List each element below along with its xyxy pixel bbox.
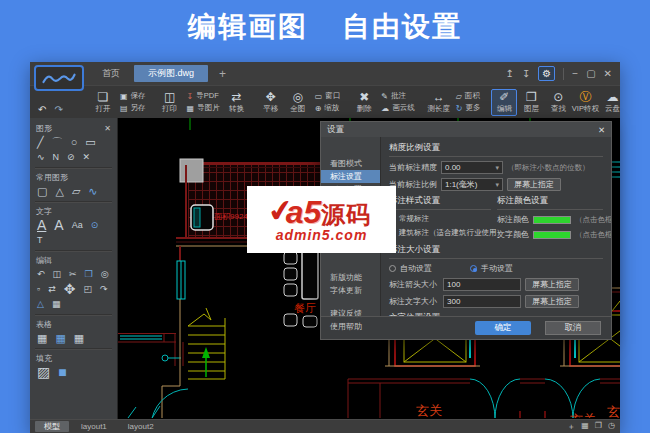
spline-tool-icon[interactable]: N	[53, 151, 60, 164]
export-pdf-button[interactable]: ↧ 导PDF	[187, 91, 220, 101]
scale-select[interactable]: 1:1(毫米) ▾	[441, 178, 503, 191]
stretch-tool-icon[interactable]: ◰	[83, 283, 92, 296]
scale-tool-icon[interactable]: △	[37, 298, 44, 311]
annotate-button[interactable]: ✎ 批注	[381, 91, 415, 101]
annotate-icon: ✎	[381, 92, 388, 101]
cloud-line-button[interactable]: ☁ 画云线	[381, 103, 415, 113]
auto-size-radio[interactable]	[389, 265, 396, 272]
vip-button[interactable]: Ⓥ VIP特权	[572, 91, 598, 114]
export-image-button[interactable]: ▦ 导图片	[187, 103, 220, 113]
arc-tool-icon[interactable]: ⌒	[52, 136, 63, 149]
pan-button[interactable]: ✥ 平移	[258, 91, 284, 114]
text-color-swatch[interactable]	[533, 231, 571, 239]
delete-button[interactable]: ✖ 删除	[351, 91, 377, 114]
grid-view-icon[interactable]: ▦	[581, 421, 589, 432]
close-button[interactable]: ✕	[604, 69, 612, 79]
measure-length-button[interactable]: ↔ 测长度	[426, 91, 452, 114]
copy-tool-icon[interactable]: ◫	[53, 268, 62, 281]
zoom-button[interactable]: ⊕ 缩放	[315, 103, 341, 113]
ellipse-tool-icon[interactable]: ⊘	[67, 151, 75, 164]
nav-new-features[interactable]: 新版功能	[321, 271, 380, 284]
nav-annotation-settings[interactable]: 标注设置	[321, 170, 380, 183]
open-button[interactable]: ❏ 打开	[90, 91, 116, 114]
tab-document[interactable]: 示例图.dwg	[134, 65, 208, 82]
ok-button[interactable]: 确定	[475, 321, 531, 335]
dialog-close-icon[interactable]: ✕	[598, 125, 605, 135]
pick-on-screen-button[interactable]: 屏幕上指定	[507, 178, 561, 191]
app-logo[interactable]	[34, 65, 84, 91]
window-zoom-button[interactable]: ▭ 窗口	[315, 91, 341, 101]
cloud-drive-icon: ☁	[606, 91, 618, 103]
erase-tool-icon[interactable]: ▫	[37, 283, 40, 296]
trapezoid-tool-icon[interactable]: ▱	[72, 185, 80, 198]
arrow-size-input[interactable]	[443, 278, 521, 291]
cascade-windows-icon[interactable]: ❐	[595, 421, 602, 432]
block-tool-icon[interactable]: ▦	[52, 298, 61, 311]
precision-section-header: 精度比例设置	[389, 142, 603, 157]
layout-tab-layout1[interactable]: layout1	[72, 421, 116, 432]
find-button[interactable]: ⊙ 查找	[545, 91, 571, 114]
nav-view-mode[interactable]: 看图模式	[321, 157, 380, 170]
annotation-color-swatch[interactable]	[533, 216, 571, 224]
zoom-group: ▭ 窗口 ⊕ 缩放	[312, 91, 344, 113]
text-color-label: 文字颜色	[497, 229, 529, 240]
leader-tool-icon[interactable]: ∿	[88, 185, 97, 198]
hatch-fill-tool-icon[interactable]: ▨	[37, 366, 50, 379]
array-tool-icon[interactable]: ↷	[100, 283, 108, 296]
paste-tool-icon[interactable]: ❒	[85, 268, 93, 281]
text-size-input[interactable]	[443, 295, 521, 308]
text-style-tool-icon[interactable]: Aa	[72, 219, 83, 232]
table-create-tool-icon[interactable]: ▦	[37, 332, 47, 345]
solid-fill-tool-icon[interactable]: ■	[58, 366, 66, 379]
area-button[interactable]: ▱ 面积	[456, 91, 481, 101]
print-button[interactable]: ◫ 打印	[157, 91, 183, 114]
history-icon[interactable]: ◷	[608, 421, 615, 432]
rectangle-tool-icon[interactable]: ▭	[85, 136, 95, 149]
cancel-button[interactable]: 取消	[545, 321, 601, 335]
pick-on-screen-button[interactable]: 屏幕上指定	[525, 278, 579, 291]
text-find-tool-icon[interactable]: ⊙	[91, 219, 99, 232]
cloud-drive-button[interactable]: ☁ 云盘	[599, 91, 625, 114]
panel-close-icon[interactable]: ✕	[104, 124, 111, 133]
edit-button[interactable]: ✐ 编辑	[491, 89, 517, 116]
point-tool-icon[interactable]: ✕	[83, 151, 91, 164]
layout-tab-model[interactable]: 模型	[35, 421, 69, 432]
rotate-tool-icon[interactable]: ↶	[37, 268, 45, 281]
polyline-tool-icon[interactable]: ∿	[37, 151, 45, 164]
settings-button[interactable]: ⚙	[538, 66, 555, 81]
rounded-rect-tool-icon[interactable]: ▢	[37, 185, 47, 198]
pick-on-screen-button[interactable]: 屏幕上指定	[525, 295, 579, 308]
manual-size-radio[interactable]	[470, 265, 477, 272]
precision-select[interactable]: 0.00 ▾	[441, 161, 503, 174]
redo-icon[interactable]: ↷	[54, 104, 62, 115]
maximize-button[interactable]: ▢	[586, 69, 595, 79]
offset-tool-icon[interactable]: ◎	[101, 268, 109, 281]
multi-text-tool-icon[interactable]: A	[54, 219, 63, 232]
line-tool-icon[interactable]: ╱	[37, 136, 44, 149]
mirror-tool-icon[interactable]: ⇄	[48, 283, 56, 296]
move-tool-icon[interactable]: ✥	[64, 283, 76, 296]
more-button[interactable]: ↻ 更多	[456, 103, 481, 113]
table-import-tool-icon[interactable]: ▦	[55, 332, 65, 345]
share-icon[interactable]: ↥	[506, 69, 514, 79]
triangle-tool-icon[interactable]: △	[55, 185, 63, 198]
new-tab-button[interactable]: +	[212, 67, 233, 81]
add-layout-icon[interactable]: ＋	[567, 421, 575, 432]
table-export-tool-icon[interactable]: ▦	[74, 332, 84, 345]
circle-tool-icon[interactable]: ○	[71, 136, 78, 149]
save-as-button[interactable]: ▤ 另存	[120, 103, 146, 113]
text-edit-tool-icon[interactable]: T	[37, 234, 43, 247]
watermark-yuanma: 源码	[321, 202, 371, 228]
undo-icon[interactable]: ↶	[38, 104, 46, 115]
download-icon[interactable]: ↧	[522, 69, 530, 79]
save-button[interactable]: ▣ 保存	[120, 91, 146, 101]
layout-tab-layout2[interactable]: layout2	[119, 421, 163, 432]
fit-view-button[interactable]: ◎ 全图	[285, 91, 311, 114]
nav-font-update[interactable]: 字体更新	[321, 284, 380, 297]
single-text-tool-icon[interactable]: A	[37, 219, 46, 232]
minimize-button[interactable]: −	[572, 69, 578, 79]
layers-button[interactable]: ❐ 图层	[518, 91, 544, 114]
trim-tool-icon[interactable]: ✂	[69, 268, 77, 281]
convert-button[interactable]: ⇄ 转换	[224, 91, 250, 114]
tab-home[interactable]: 首页	[92, 67, 130, 80]
